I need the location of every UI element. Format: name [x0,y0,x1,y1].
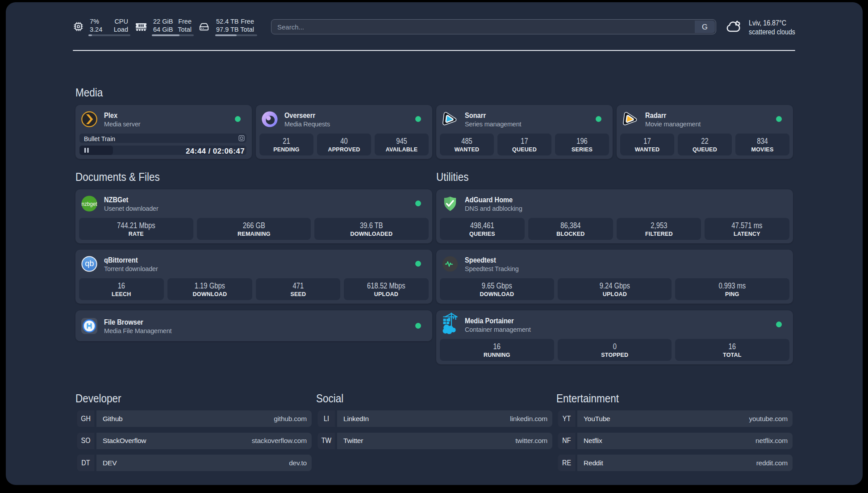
svg-text:qb: qb [85,259,94,268]
svg-text:nzbget: nzbget [82,201,98,207]
